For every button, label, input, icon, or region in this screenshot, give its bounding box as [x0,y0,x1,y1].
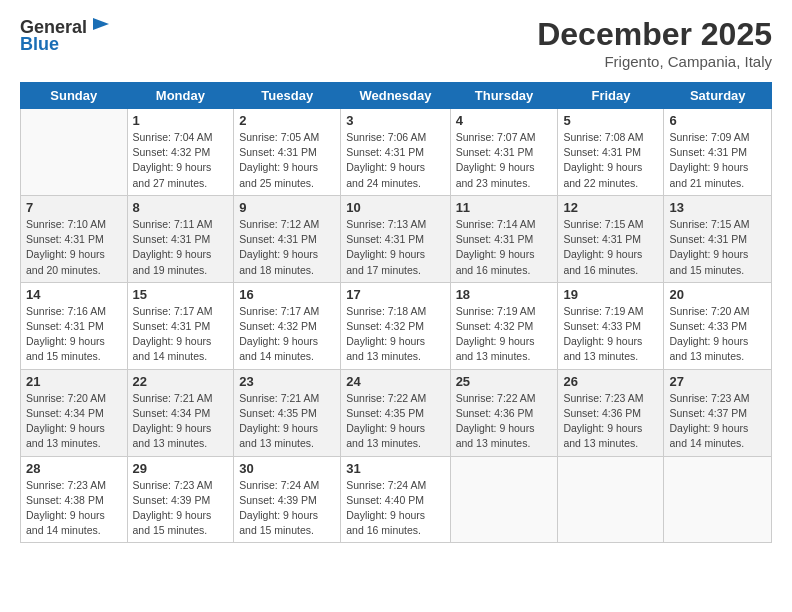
calendar-cell: 9Sunrise: 7:12 AMSunset: 4:31 PMDaylight… [234,195,341,282]
calendar-cell: 18Sunrise: 7:19 AMSunset: 4:32 PMDayligh… [450,282,558,369]
day-number: 13 [669,200,766,215]
calendar-cell: 25Sunrise: 7:22 AMSunset: 4:36 PMDayligh… [450,369,558,456]
day-info: Sunrise: 7:11 AMSunset: 4:31 PMDaylight:… [133,217,229,278]
calendar-cell: 27Sunrise: 7:23 AMSunset: 4:37 PMDayligh… [664,369,772,456]
calendar-cell [558,456,664,543]
day-info: Sunrise: 7:12 AMSunset: 4:31 PMDaylight:… [239,217,335,278]
main-title: December 2025 [537,16,772,53]
day-info: Sunrise: 7:23 AMSunset: 4:38 PMDaylight:… [26,478,122,539]
day-number: 18 [456,287,553,302]
calendar-cell: 19Sunrise: 7:19 AMSunset: 4:33 PMDayligh… [558,282,664,369]
calendar-week-row: 21Sunrise: 7:20 AMSunset: 4:34 PMDayligh… [21,369,772,456]
day-info: Sunrise: 7:06 AMSunset: 4:31 PMDaylight:… [346,130,444,191]
calendar-cell [450,456,558,543]
col-header-saturday: Saturday [664,83,772,109]
day-info: Sunrise: 7:20 AMSunset: 4:33 PMDaylight:… [669,304,766,365]
day-number: 9 [239,200,335,215]
day-info: Sunrise: 7:19 AMSunset: 4:33 PMDaylight:… [563,304,658,365]
calendar-cell: 5Sunrise: 7:08 AMSunset: 4:31 PMDaylight… [558,109,664,196]
day-number: 21 [26,374,122,389]
day-number: 1 [133,113,229,128]
day-info: Sunrise: 7:24 AMSunset: 4:39 PMDaylight:… [239,478,335,539]
day-number: 14 [26,287,122,302]
logo-flag-icon [89,16,111,38]
day-number: 28 [26,461,122,476]
day-info: Sunrise: 7:20 AMSunset: 4:34 PMDaylight:… [26,391,122,452]
location-subtitle: Frigento, Campania, Italy [537,53,772,70]
day-number: 2 [239,113,335,128]
calendar-cell [21,109,128,196]
calendar-cell: 12Sunrise: 7:15 AMSunset: 4:31 PMDayligh… [558,195,664,282]
day-info: Sunrise: 7:13 AMSunset: 4:31 PMDaylight:… [346,217,444,278]
col-header-sunday: Sunday [21,83,128,109]
col-header-thursday: Thursday [450,83,558,109]
calendar-cell: 22Sunrise: 7:21 AMSunset: 4:34 PMDayligh… [127,369,234,456]
calendar-cell: 2Sunrise: 7:05 AMSunset: 4:31 PMDaylight… [234,109,341,196]
day-info: Sunrise: 7:17 AMSunset: 4:31 PMDaylight:… [133,304,229,365]
day-number: 6 [669,113,766,128]
col-header-monday: Monday [127,83,234,109]
day-info: Sunrise: 7:14 AMSunset: 4:31 PMDaylight:… [456,217,553,278]
day-info: Sunrise: 7:19 AMSunset: 4:32 PMDaylight:… [456,304,553,365]
day-number: 25 [456,374,553,389]
calendar-cell: 20Sunrise: 7:20 AMSunset: 4:33 PMDayligh… [664,282,772,369]
day-info: Sunrise: 7:18 AMSunset: 4:32 PMDaylight:… [346,304,444,365]
col-header-wednesday: Wednesday [341,83,450,109]
day-info: Sunrise: 7:23 AMSunset: 4:39 PMDaylight:… [133,478,229,539]
calendar-cell: 21Sunrise: 7:20 AMSunset: 4:34 PMDayligh… [21,369,128,456]
day-info: Sunrise: 7:08 AMSunset: 4:31 PMDaylight:… [563,130,658,191]
day-info: Sunrise: 7:07 AMSunset: 4:31 PMDaylight:… [456,130,553,191]
calendar-cell: 4Sunrise: 7:07 AMSunset: 4:31 PMDaylight… [450,109,558,196]
calendar-cell [664,456,772,543]
day-info: Sunrise: 7:09 AMSunset: 4:31 PMDaylight:… [669,130,766,191]
calendar-cell: 29Sunrise: 7:23 AMSunset: 4:39 PMDayligh… [127,456,234,543]
day-number: 27 [669,374,766,389]
calendar-cell: 26Sunrise: 7:23 AMSunset: 4:36 PMDayligh… [558,369,664,456]
day-info: Sunrise: 7:24 AMSunset: 4:40 PMDaylight:… [346,478,444,539]
day-info: Sunrise: 7:23 AMSunset: 4:36 PMDaylight:… [563,391,658,452]
calendar-week-row: 28Sunrise: 7:23 AMSunset: 4:38 PMDayligh… [21,456,772,543]
day-number: 23 [239,374,335,389]
day-info: Sunrise: 7:23 AMSunset: 4:37 PMDaylight:… [669,391,766,452]
day-number: 15 [133,287,229,302]
calendar-cell: 28Sunrise: 7:23 AMSunset: 4:38 PMDayligh… [21,456,128,543]
day-number: 19 [563,287,658,302]
calendar-table: SundayMondayTuesdayWednesdayThursdayFrid… [20,82,772,543]
calendar-week-row: 14Sunrise: 7:16 AMSunset: 4:31 PMDayligh… [21,282,772,369]
day-number: 8 [133,200,229,215]
calendar-week-row: 7Sunrise: 7:10 AMSunset: 4:31 PMDaylight… [21,195,772,282]
day-number: 16 [239,287,335,302]
day-number: 22 [133,374,229,389]
calendar-cell: 6Sunrise: 7:09 AMSunset: 4:31 PMDaylight… [664,109,772,196]
day-info: Sunrise: 7:04 AMSunset: 4:32 PMDaylight:… [133,130,229,191]
day-info: Sunrise: 7:17 AMSunset: 4:32 PMDaylight:… [239,304,335,365]
calendar-cell: 7Sunrise: 7:10 AMSunset: 4:31 PMDaylight… [21,195,128,282]
calendar-cell: 8Sunrise: 7:11 AMSunset: 4:31 PMDaylight… [127,195,234,282]
col-header-friday: Friday [558,83,664,109]
day-info: Sunrise: 7:22 AMSunset: 4:35 PMDaylight:… [346,391,444,452]
day-info: Sunrise: 7:15 AMSunset: 4:31 PMDaylight:… [669,217,766,278]
calendar-cell: 10Sunrise: 7:13 AMSunset: 4:31 PMDayligh… [341,195,450,282]
day-number: 10 [346,200,444,215]
day-number: 24 [346,374,444,389]
calendar-cell: 16Sunrise: 7:17 AMSunset: 4:32 PMDayligh… [234,282,341,369]
calendar-header-row: SundayMondayTuesdayWednesdayThursdayFrid… [21,83,772,109]
day-info: Sunrise: 7:21 AMSunset: 4:35 PMDaylight:… [239,391,335,452]
calendar-week-row: 1Sunrise: 7:04 AMSunset: 4:32 PMDaylight… [21,109,772,196]
logo: General Blue [20,16,111,55]
calendar-cell: 13Sunrise: 7:15 AMSunset: 4:31 PMDayligh… [664,195,772,282]
day-number: 3 [346,113,444,128]
day-number: 20 [669,287,766,302]
title-block: December 2025 Frigento, Campania, Italy [537,16,772,70]
day-info: Sunrise: 7:21 AMSunset: 4:34 PMDaylight:… [133,391,229,452]
calendar-cell: 24Sunrise: 7:22 AMSunset: 4:35 PMDayligh… [341,369,450,456]
calendar-cell: 1Sunrise: 7:04 AMSunset: 4:32 PMDaylight… [127,109,234,196]
day-number: 17 [346,287,444,302]
day-info: Sunrise: 7:05 AMSunset: 4:31 PMDaylight:… [239,130,335,191]
svg-marker-0 [93,18,109,30]
calendar-cell: 17Sunrise: 7:18 AMSunset: 4:32 PMDayligh… [341,282,450,369]
calendar-cell: 31Sunrise: 7:24 AMSunset: 4:40 PMDayligh… [341,456,450,543]
calendar-cell: 3Sunrise: 7:06 AMSunset: 4:31 PMDaylight… [341,109,450,196]
header: General Blue December 2025 Frigento, Cam… [20,16,772,70]
day-info: Sunrise: 7:22 AMSunset: 4:36 PMDaylight:… [456,391,553,452]
